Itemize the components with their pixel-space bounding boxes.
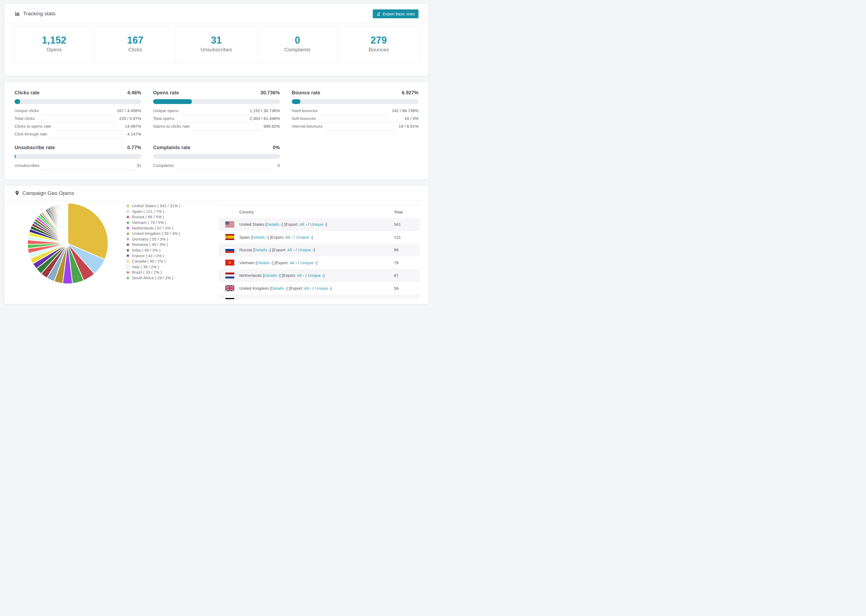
legend-item: Russia ( 86 / 5% ) <box>126 214 181 220</box>
rate-detail-row: Soft bounces18 / 0% <box>292 116 419 124</box>
country-name: United Kingdom [ <box>239 286 271 291</box>
rate-rows: Unsubscribes31 <box>14 163 141 171</box>
rate-value: 0.77% <box>127 145 141 151</box>
export-all-link[interactable]: All › <box>297 273 304 278</box>
total-value: 59 <box>394 286 420 291</box>
details-link[interactable]: Details › <box>271 286 287 291</box>
export-all-link[interactable]: All › <box>287 248 294 252</box>
flag-icon-de <box>225 298 234 299</box>
export-all-link[interactable]: All › <box>290 261 297 265</box>
dotted-leader <box>176 170 276 170</box>
country-column-header: Country <box>239 210 394 214</box>
flag-icon-ru <box>225 247 234 253</box>
slash-text: / <box>292 235 296 239</box>
rate-detail-row: Unsubscribes31 <box>14 163 141 171</box>
export-all-link[interactable]: All › <box>291 299 299 299</box>
country-name: Spain [ <box>239 235 252 239</box>
rate-detail-row: Opens to clicks rate689.82% <box>153 124 280 132</box>
legend-label: Russia ( 86 / 5% ) <box>132 215 164 219</box>
bracket-text: ] <box>326 222 327 226</box>
export-unique-link[interactable]: Unique › <box>310 222 326 226</box>
legend-label: France ( 42 / 2% ) <box>132 254 164 258</box>
stat-label: Unsubscribes <box>176 47 257 53</box>
rate-row-label: Complaints <box>153 163 174 168</box>
dotted-leader <box>50 138 125 138</box>
stat-value: 279 <box>338 35 419 46</box>
rate-detail-row: Complaints0 <box>153 163 280 171</box>
rates-card: Clicks rate4.46%Unique clicks167 / 4.456… <box>5 82 428 179</box>
country-flag-ru <box>219 247 239 253</box>
export-all-link[interactable]: All › <box>304 286 312 291</box>
legend-swatch <box>126 243 130 247</box>
legend-item: Germany ( 55 / 3% ) <box>126 237 181 242</box>
legend-swatch <box>126 210 130 213</box>
rate-row-value: 242 / 86.738% <box>392 108 419 113</box>
details-link[interactable]: Details › <box>264 273 279 278</box>
dotted-leader <box>319 123 402 123</box>
stat-label: Opens <box>14 47 94 53</box>
legend-swatch <box>126 271 130 274</box>
export-all-link[interactable]: All › <box>285 235 292 239</box>
export-unique-link[interactable]: Unique › <box>301 261 316 265</box>
export-unique-link[interactable]: Unique › <box>296 235 312 239</box>
country-name: Germany [ <box>239 299 259 299</box>
progress-bar-fill <box>14 99 20 104</box>
stat-label: Complaints <box>257 47 338 53</box>
bracket-text: ] [Export: <box>270 248 288 252</box>
progress-bar-fill <box>292 99 301 104</box>
export-icon <box>376 11 381 16</box>
stats-tiles: 1,152Opens167Clicks31Unsubscribes0Compla… <box>13 27 420 64</box>
export-unique-link[interactable]: Unique › <box>302 299 318 299</box>
rate-row-value: 167 / 4.456% <box>117 108 142 113</box>
bracket-text: ] <box>318 299 319 299</box>
rate-rows: Hard bounces242 / 86.738%Soft bounces18 … <box>292 108 419 132</box>
rate-value: 6.927% <box>402 90 419 96</box>
details-link[interactable]: Details › <box>257 261 272 265</box>
slash-text: / <box>304 273 308 278</box>
flag-icon-vn <box>225 259 234 266</box>
bracket-text: ] [Export: <box>272 261 290 265</box>
rate-row-label: Opens to clicks rate <box>153 124 190 129</box>
export-unique-link[interactable]: Unique › <box>298 248 313 252</box>
rate-row-value: 2,303 / 61.446% <box>250 116 280 121</box>
geo-table-row: United Kingdom [Details ›] [Export: All … <box>219 282 420 295</box>
rate-row-label: Unique clicks <box>14 108 39 113</box>
country-flag-gb <box>219 285 239 291</box>
rate-detail-row: Total opens2,303 / 61.446% <box>153 116 280 124</box>
rate-block: Unsubscribe rate0.77%Unsubscribes31 <box>14 145 141 171</box>
legend-item: Canada ( 40 / 2% ) <box>126 259 181 264</box>
stat-value: 167 <box>95 35 176 46</box>
rate-row-value: 1,152 / 30.736% <box>250 108 280 113</box>
stat-tile: 1,152Opens <box>14 27 95 64</box>
slash-text: / <box>294 248 298 252</box>
rate-title: Complaints rate <box>153 145 191 151</box>
map-pin-icon <box>14 190 20 196</box>
bracket-text: ] [Export: <box>282 222 299 226</box>
details-link[interactable]: Details › <box>259 299 274 299</box>
dotted-leader <box>38 123 117 123</box>
bracket-text: ] [Export: <box>268 235 285 239</box>
geo-table-row: Vietnam [Details ›] [Export: All › / Uni… <box>219 256 420 269</box>
export-basic-stats-button[interactable]: Export basic stats <box>373 9 419 18</box>
details-link[interactable]: Details › <box>252 235 268 239</box>
export-unique-link[interactable]: Unique › <box>315 286 331 291</box>
geo-table-row: Russia [Details ›] [Export: All › / Uniq… <box>219 244 420 256</box>
details-link[interactable]: Details › <box>254 248 270 252</box>
geo-table-header-row: CountryTotal <box>219 206 420 218</box>
export-all-link[interactable]: All › <box>299 222 307 226</box>
rate-row-label: Total clicks <box>14 116 35 121</box>
legend-label: United States ( 541 / 31% ) <box>132 204 181 208</box>
rate-value: 0% <box>273 145 280 151</box>
country-cell: Russia [Details ›] [Export: All › / Uniq… <box>239 248 394 252</box>
legend-item: Romania ( 49 / 3% ) <box>126 242 181 248</box>
country-name: Russia [ <box>239 248 254 252</box>
rate-row-label: Internal bounces <box>292 124 323 129</box>
export-unique-link[interactable]: Unique › <box>308 273 323 278</box>
country-flag-de <box>219 298 239 299</box>
slash-text: / <box>311 286 315 291</box>
details-link[interactable]: Details › <box>266 222 282 226</box>
stat-tile: 167Clicks <box>95 27 176 64</box>
rate-detail-row: Total clicks220 / 5.87% <box>14 116 141 124</box>
legend-item: United States ( 541 / 31% ) <box>126 203 181 209</box>
legend-item: Brazil ( 33 / 2% ) <box>126 270 181 275</box>
